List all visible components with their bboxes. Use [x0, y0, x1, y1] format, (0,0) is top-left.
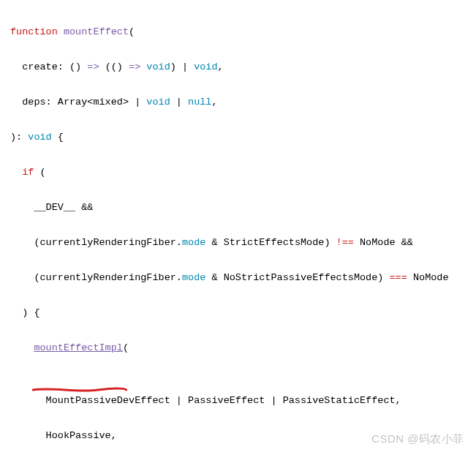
code-line: function mountEffect(: [10, 23, 466, 41]
arrow: =>: [87, 61, 99, 72]
text: [10, 342, 34, 353]
text: {: [52, 132, 64, 143]
operator: ===: [390, 272, 407, 283]
arrow: =>: [129, 61, 140, 72]
type-void: void: [28, 132, 51, 143]
type-void: void: [146, 61, 170, 72]
code-line: if (: [10, 164, 466, 181]
text: (: [123, 342, 129, 353]
code-line: mountEffectImpl(: [10, 339, 466, 375]
keyword-if: if: [10, 167, 34, 178]
code-line: ): void {: [10, 129, 466, 146]
code-line: create: () => (() => void) | void,: [10, 59, 466, 76]
text: & NoStrictPassiveEffectsMode): [205, 272, 389, 283]
type-void: void: [146, 97, 170, 108]
code-line: MountPassiveDevEffect | PassiveEffect | …: [10, 392, 466, 410]
prop-mode: mode: [182, 272, 205, 283]
text: __DEV__ &&: [10, 202, 93, 213]
text: NoMode: [407, 272, 449, 283]
text: & StrictEffectsMode): [205, 237, 336, 248]
function-name: mountEffect: [64, 26, 129, 37]
code-block: function mountEffect( create: () => (() …: [10, 6, 466, 455]
code-line: __DEV__ &&: [10, 199, 466, 217]
text: create: (): [10, 61, 87, 72]
code-line: deps: Array<mixed> | void | null,: [10, 94, 466, 111]
operator: !==: [336, 237, 354, 248]
text: ) {: [10, 307, 40, 318]
text: ,: [211, 97, 217, 108]
text: ,: [218, 61, 224, 72]
code-line: ) {: [10, 304, 466, 322]
text: ((): [99, 61, 129, 72]
text: NoMode &&: [354, 237, 413, 248]
prop-mode: mode: [182, 237, 205, 248]
text: deps: Array<mixed> |: [10, 97, 146, 108]
code-line: (currentlyRenderingFiber.mode & StrictEf…: [10, 234, 466, 252]
type-void: void: [194, 61, 217, 72]
call-mountEffectImpl: mountEffectImpl: [34, 342, 123, 353]
keyword-function: function: [10, 26, 58, 37]
text: (: [129, 26, 135, 37]
text: ):: [10, 132, 28, 143]
text: (currentlyRenderingFiber.: [10, 237, 182, 248]
watermark-text: CSDN @码农小菲: [371, 430, 464, 448]
text: (currentlyRenderingFiber.: [10, 272, 182, 283]
text: (: [34, 167, 45, 178]
text: HookPassive,: [10, 430, 117, 441]
type-null: null: [188, 97, 211, 108]
code-line: (currentlyRenderingFiber.mode & NoStrict…: [10, 269, 466, 287]
text: |: [170, 97, 188, 108]
text: MountPassiveDevEffect | PassiveEffect | …: [10, 395, 401, 406]
text: ) |: [170, 61, 194, 72]
